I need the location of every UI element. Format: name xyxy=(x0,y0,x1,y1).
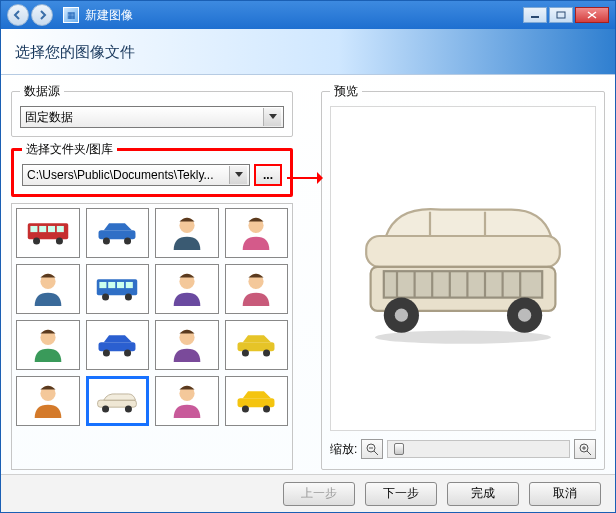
thumbnail-man2[interactable] xyxy=(16,264,80,314)
dialog-body: 选择您的图像文件 数据源 固定数据 选择文件夹/图库 xyxy=(1,29,615,512)
nav-forward-button[interactable] xyxy=(31,4,53,26)
folder-row: C:\Users\Public\Documents\Tekly... ... xyxy=(22,164,282,186)
titlebar: ▦ 新建图像 xyxy=(1,1,615,29)
svg-rect-17 xyxy=(100,282,107,288)
svg-rect-10 xyxy=(99,230,136,239)
thumbnail-man-suit[interactable] xyxy=(155,208,219,258)
thumbnail-car-convertible[interactable] xyxy=(86,376,150,426)
folder-path-value: C:\Users\Public\Documents\Tekly... xyxy=(27,168,214,182)
datasource-legend: 数据源 xyxy=(20,83,64,100)
svg-rect-30 xyxy=(238,342,275,351)
svg-point-39 xyxy=(242,405,249,412)
thumbnail-grid xyxy=(16,208,288,426)
svg-point-21 xyxy=(102,293,109,300)
cancel-button[interactable]: 取消 xyxy=(529,482,601,506)
thumbnail-jeep-yellow[interactable] xyxy=(225,320,289,370)
folder-legend: 选择文件夹/图库 xyxy=(22,141,117,158)
svg-rect-6 xyxy=(48,226,55,232)
thumbnail-man-glasses[interactable] xyxy=(155,264,219,314)
thumbnail-woman3[interactable] xyxy=(155,376,219,426)
svg-point-40 xyxy=(263,405,270,412)
chevron-down-icon xyxy=(229,166,247,184)
svg-point-12 xyxy=(124,237,131,244)
svg-rect-19 xyxy=(117,282,124,288)
svg-point-53 xyxy=(395,308,408,321)
datasource-group: 数据源 固定数据 xyxy=(11,83,293,137)
svg-line-61 xyxy=(587,451,591,455)
svg-point-28 xyxy=(124,349,131,356)
window-controls xyxy=(523,7,609,23)
left-column: 数据源 固定数据 选择文件夹/图库 C:\Users\Public\Docume… xyxy=(11,83,293,470)
svg-point-55 xyxy=(518,308,531,321)
svg-rect-1 xyxy=(557,12,565,18)
thumbnail-woman[interactable] xyxy=(225,208,289,258)
wizard-footer: 上一步 下一步 完成 取消 xyxy=(1,474,615,512)
page-heading: 选择您的图像文件 xyxy=(1,29,615,75)
dialog-window: ▦ 新建图像 选择您的图像文件 数据源 固定数据 xyxy=(0,0,616,513)
datasource-value: 固定数据 xyxy=(25,109,73,126)
svg-rect-26 xyxy=(99,342,136,351)
close-button[interactable] xyxy=(575,7,609,23)
thumbnail-man-green[interactable] xyxy=(16,320,80,370)
maximize-button[interactable] xyxy=(549,7,573,23)
preview-group: 预览 xyxy=(321,83,605,470)
svg-point-9 xyxy=(56,237,63,244)
thumbnail-woman2[interactable] xyxy=(225,264,289,314)
svg-rect-18 xyxy=(108,282,115,288)
zoom-slider[interactable] xyxy=(387,440,570,458)
slider-thumb[interactable] xyxy=(394,443,404,455)
svg-point-22 xyxy=(125,293,132,300)
zoom-label: 缩放: xyxy=(330,441,357,458)
zoom-out-button[interactable] xyxy=(361,439,383,459)
content-area: 数据源 固定数据 选择文件夹/图库 C:\Users\Public\Docume… xyxy=(1,75,615,474)
svg-line-58 xyxy=(374,451,378,455)
svg-point-27 xyxy=(103,349,110,356)
prev-button[interactable]: 上一步 xyxy=(283,482,355,506)
preview-legend: 预览 xyxy=(330,83,362,100)
zoom-controls: 缩放: xyxy=(330,437,596,461)
svg-rect-7 xyxy=(57,226,64,232)
thumbnail-panel[interactable] xyxy=(11,203,293,470)
finish-button[interactable]: 完成 xyxy=(447,482,519,506)
thumbnail-car-small-blue[interactable] xyxy=(86,320,150,370)
datasource-combo[interactable]: 固定数据 xyxy=(20,106,284,128)
thumbnail-car-sport-yellow[interactable] xyxy=(225,376,289,426)
svg-point-31 xyxy=(242,349,249,356)
svg-rect-38 xyxy=(238,398,275,407)
svg-rect-43 xyxy=(384,271,542,297)
zoom-in-button[interactable] xyxy=(574,439,596,459)
svg-rect-41 xyxy=(366,236,560,267)
svg-point-56 xyxy=(375,330,551,343)
thumbnail-bus-blue[interactable] xyxy=(86,264,150,314)
svg-rect-5 xyxy=(39,226,46,232)
minimize-button[interactable] xyxy=(523,7,547,23)
thumbnail-car-blue[interactable] xyxy=(86,208,150,258)
folder-group: 选择文件夹/图库 C:\Users\Public\Documents\Tekly… xyxy=(11,141,293,197)
folder-path-combo[interactable]: C:\Users\Public\Documents\Tekly... xyxy=(22,164,250,186)
svg-point-11 xyxy=(103,237,110,244)
browse-button[interactable]: ... xyxy=(254,164,282,186)
app-icon: ▦ xyxy=(63,7,79,23)
next-button[interactable]: 下一步 xyxy=(365,482,437,506)
svg-point-35 xyxy=(102,405,109,412)
svg-point-36 xyxy=(125,405,132,412)
svg-rect-20 xyxy=(126,282,133,288)
chevron-down-icon xyxy=(263,108,281,126)
thumbnail-bus-red[interactable] xyxy=(16,208,80,258)
svg-point-32 xyxy=(263,349,270,356)
preview-image xyxy=(330,106,596,431)
thumbnail-man-purple[interactable] xyxy=(155,320,219,370)
thumbnail-man-orange[interactable] xyxy=(16,376,80,426)
right-column: 预览 xyxy=(321,83,605,470)
svg-rect-4 xyxy=(30,226,37,232)
nav-back-button[interactable] xyxy=(7,4,29,26)
svg-point-8 xyxy=(33,237,40,244)
browse-label: ... xyxy=(263,168,273,182)
window-title: 新建图像 xyxy=(85,7,523,24)
